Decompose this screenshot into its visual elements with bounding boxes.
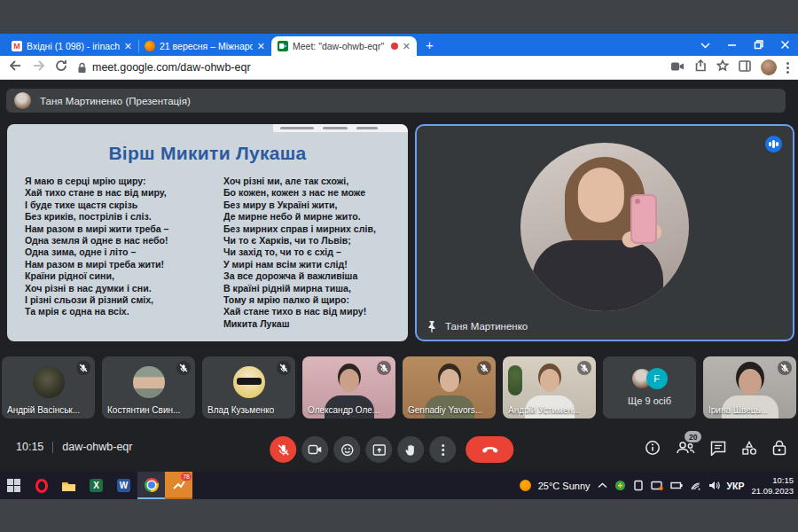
browser-titlebar: M Вхідні (1 098) - irinachipenkoooo ✕ 21… [0, 34, 798, 56]
shared-presentation-tile[interactable]: Вірш Микити Лукаша Я маю в серці мрію щи… [7, 124, 408, 341]
pinned-participant-name: Таня Мартиненко [445, 321, 528, 332]
more-options-button[interactable] [429, 436, 456, 463]
participant-name: Андрій Устимен... [508, 405, 580, 415]
mic-mute-button[interactable] [270, 436, 296, 463]
browser-menu-icon[interactable] [786, 62, 789, 74]
tab-news[interactable]: 21 вересня – Міжнародний ден ✕ [138, 36, 271, 56]
participant-photo [520, 143, 689, 311]
participants-button[interactable]: 20 [676, 441, 695, 455]
more-participants-label: Ще 9 осіб [603, 395, 696, 406]
taskbar-clock[interactable]: 10:15 21.09.2023 [751, 475, 794, 496]
opera-taskbar-icon[interactable] [27, 472, 55, 499]
mic-muted-icon [277, 361, 291, 375]
forward-button[interactable] [32, 59, 45, 75]
slideshow-toolbar[interactable] [273, 124, 408, 132]
url-text: meet.google.com/daw-ohwb-eqr [92, 61, 251, 74]
back-button[interactable] [9, 59, 22, 75]
volume-tray-icon[interactable] [708, 481, 720, 490]
participant-tile[interactable]: Андрій Васінськ... [2, 356, 95, 419]
recording-indicator-icon [391, 43, 398, 50]
mic-muted-icon [76, 361, 90, 375]
excel-taskbar-icon[interactable]: X [82, 472, 110, 499]
raise-hand-button[interactable] [397, 436, 424, 463]
activities-button[interactable] [741, 441, 757, 456]
notification-app-taskbar-icon[interactable]: 78 [165, 472, 192, 499]
start-button[interactable] [0, 472, 27, 499]
file-explorer-taskbar-icon[interactable] [55, 472, 82, 499]
mic-muted-icon [577, 361, 591, 375]
share-icon[interactable] [694, 59, 707, 75]
close-button[interactable] [771, 34, 798, 56]
mic-muted-icon [778, 361, 792, 375]
address-bar[interactable]: meet.google.com/daw-ohwb-eqr [77, 61, 661, 74]
presenter-banner: Таня Мартиненко (Презентація) [6, 89, 786, 113]
participant-tile[interactable]: Gennadiy Yavors... [403, 356, 496, 419]
notification-count-badge: 78 [181, 473, 192, 481]
tab-title: 21 вересня – Міжнародний ден [160, 41, 253, 51]
participant-tile[interactable]: Влад Кузьменко [202, 356, 295, 419]
word-taskbar-icon[interactable]: W [110, 472, 137, 499]
participant-name: Ірина Швець... [708, 405, 768, 415]
meet-control-bar: 10:15 daw-ohwb-eqr 20 [0, 427, 798, 472]
antivirus-tray-icon[interactable] [614, 480, 626, 491]
participant-name: Андрій Васінськ... [7, 405, 80, 415]
participant-tile[interactable]: Ірина Швець... [703, 356, 796, 419]
pin-icon [426, 320, 437, 332]
tab-search-chevron-icon[interactable] [692, 34, 718, 56]
tab-gmail[interactable]: M Вхідні (1 098) - irinachipenkoooo ✕ [5, 36, 138, 56]
presenter-banner-label: Таня Мартиненко (Презентація) [40, 96, 191, 106]
host-controls-button[interactable] [772, 440, 786, 456]
tab-close-icon[interactable]: ✕ [257, 42, 265, 51]
battery-tray-icon[interactable] [670, 481, 683, 489]
camera-permission-icon[interactable] [670, 59, 685, 75]
network-signal-tray-icon[interactable] [690, 481, 701, 490]
leave-call-button[interactable] [466, 436, 513, 463]
slide-poem: Я маю в серці мрію щиру:Хай тихо стане в… [7, 164, 408, 330]
tray-chevron-icon[interactable] [598, 482, 607, 489]
speaking-indicator-icon [765, 136, 782, 153]
participant-avatar [133, 366, 165, 398]
meeting-details-button[interactable] [645, 440, 661, 456]
reactions-button[interactable] [333, 436, 360, 463]
poem-column-1: Я маю в серці мрію щиру:Хай тихо стане в… [25, 176, 213, 330]
tab-close-icon[interactable]: ✕ [403, 42, 411, 51]
mic-muted-icon [176, 361, 191, 375]
tab-close-icon[interactable]: ✕ [124, 42, 132, 51]
profile-avatar[interactable] [761, 59, 777, 75]
participant-name: Влад Кузьменко [207, 405, 274, 415]
minimize-button[interactable] [718, 34, 745, 56]
tab-title: Вхідні (1 098) - irinachipenkoooo [27, 41, 120, 51]
meeting-time: 10:15 [16, 441, 43, 453]
chrome-taskbar-icon[interactable] [137, 472, 165, 499]
pinned-video-tile[interactable]: Таня Мартиненко [415, 124, 794, 341]
weather-sun-icon[interactable] [520, 480, 531, 491]
more-participants-tile[interactable]: F Ще 9 осіб [603, 356, 696, 419]
participant-name: Олександр Оле... [308, 405, 379, 415]
bookmark-star-icon[interactable] [716, 59, 729, 75]
participants-filmstrip: Андрій Васінськ... Костянтин Свин... Вла… [2, 356, 796, 419]
participant-tile[interactable]: Андрій Устимен... [503, 356, 596, 419]
participant-tile[interactable]: Олександр Оле... [302, 356, 395, 419]
reload-button[interactable] [55, 59, 67, 75]
slide-title: Вірш Микити Лукаша [7, 143, 408, 164]
side-panel-icon[interactable] [739, 59, 751, 75]
present-screen-button[interactable] [365, 436, 392, 463]
camera-button[interactable] [301, 436, 328, 463]
participant-initial-avatar: F [646, 368, 668, 389]
weather-label[interactable]: 25°C Sunny [538, 481, 591, 491]
participant-tile[interactable]: Костянтин Свин... [102, 356, 195, 419]
windows-icon [7, 479, 21, 493]
monitor-notification-tray-icon[interactable] [651, 481, 663, 491]
meet-icon [278, 41, 288, 51]
poem-column-2: Хоч різні ми, але так схожі,Бо кожен, ко… [223, 176, 376, 330]
participant-avatar [233, 366, 265, 398]
windows-taskbar: X W 78 25°C Sunny УКР 10:15 21.09.2023 [0, 472, 798, 499]
restore-button[interactable] [745, 34, 771, 56]
browser-toolbar: meet.google.com/daw-ohwb-eqr [0, 56, 798, 80]
chat-button[interactable] [710, 441, 726, 456]
language-indicator[interactable]: УКР [727, 481, 745, 491]
new-tab-button[interactable]: + [426, 37, 434, 53]
device-tray-icon[interactable] [633, 480, 644, 491]
system-tray: 25°C Sunny УКР 10:15 21.09.2023 [520, 475, 798, 496]
tab-meet-active[interactable]: Meet: "daw-ohwb-eqr" ✕ [271, 36, 417, 56]
